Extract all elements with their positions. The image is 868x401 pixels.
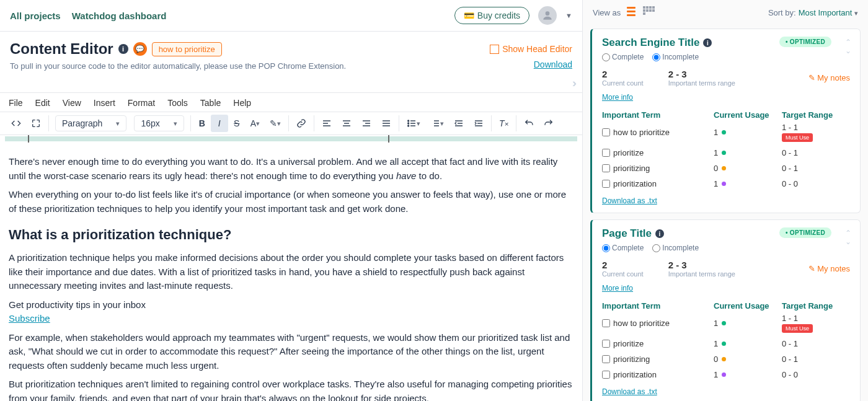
menu-file[interactable]: File [9,98,23,108]
sort-by-label: Sort by: [768,8,796,17]
top-bar: All projects Watchdog dashboard 💳 Buy cr… [0,0,582,32]
term-row: how to prioritize 1 1 - 1Must Use [602,311,850,336]
subscribe-link[interactable]: Subscribe [9,313,50,324]
bold-button[interactable]: B [193,115,211,132]
grid-view-icon[interactable] [643,6,655,19]
font-size-select[interactable]: 16px▾ [134,115,184,131]
menu-help[interactable]: Help [233,98,251,108]
italic-button[interactable]: I [211,115,228,132]
chevron-down-icon: ▾ [174,120,177,128]
align-justify-button[interactable] [376,115,396,132]
title-subtext: To pull in your source code to the edito… [10,61,572,71]
status-badge: • OPTIMIZED [779,227,831,238]
page-title: Content Editor [10,40,113,58]
sidebar: View as Sort by: Most Important ▾ Search… [583,0,868,401]
show-head-editor-button[interactable]: Show Head Editor [490,44,572,54]
buy-credits-label: Buy credits [477,11,520,20]
more-info-link[interactable]: More info [602,93,633,102]
indent-button[interactable] [469,115,489,132]
collapse-icon[interactable]: ⌃⌄ [845,38,851,55]
text-color-button[interactable]: A▾ [246,115,265,132]
block-format-label: Paragraph [62,118,102,128]
font-size-label: 16px [141,118,159,128]
chevron-down-icon: ▾ [854,9,858,17]
code-view-button[interactable] [6,115,26,132]
info-icon[interactable]: i [118,44,128,54]
keyword-badge: how to prioritize [152,42,222,56]
status-badge: • OPTIMIZED [779,37,831,47]
term-row: prioritization 1 0 - 0 [602,367,850,382]
expand-chevrons-icon[interactable]: ›› [0,76,582,92]
link-button[interactable] [291,115,311,132]
numbered-list-button[interactable]: ▾ [425,115,449,132]
svg-point-3 [408,125,409,126]
term-checkbox[interactable] [602,128,610,136]
fullscreen-button[interactable] [26,115,46,132]
editor-toolbar: Paragraph▾ 16px▾ B I S A▾ ✎▾ ▾ ▾ T× [0,112,582,135]
download-txt-link[interactable]: Download as .txt [602,196,657,205]
align-center-button[interactable] [337,115,356,132]
clear-format-button[interactable]: T× [494,115,513,132]
avatar[interactable] [538,6,557,25]
term-checkbox[interactable] [602,340,610,348]
breadcrumb-all-projects[interactable]: All projects [10,11,61,21]
editor-content[interactable]: There's never enough time to do everythi… [0,148,582,401]
menu-view[interactable]: View [63,98,81,108]
download-link[interactable]: Download [534,59,572,69]
align-right-button[interactable] [356,115,376,132]
svg-point-1 [408,120,409,121]
more-info-link[interactable]: More info [602,284,633,293]
svg-point-0 [546,11,550,15]
menu-bar: FileEditViewInsertFormatToolsTableHelp [0,92,582,112]
collapse-icon[interactable]: ⌃⌄ [845,229,851,246]
menu-edit[interactable]: Edit [35,98,50,108]
my-notes-button[interactable]: ✎ My notes [808,69,850,87]
layout-icon [490,45,499,54]
seo-panel: Search Engine Title i • OPTIMIZED ⌃⌄ Com… [590,29,861,213]
complete-radio[interactable]: Complete [602,244,644,252]
menu-table[interactable]: Table [200,98,221,108]
bullet-list-button[interactable]: ▾ [402,115,425,132]
term-checkbox[interactable] [602,164,610,172]
menu-insert[interactable]: Insert [94,98,115,108]
term-row: prioritize 1 0 - 1 [602,336,850,351]
info-icon[interactable]: i [703,38,712,47]
incomplete-radio[interactable]: Incomplete [652,244,699,252]
view-as-label: View as [593,8,621,17]
undo-button[interactable] [519,115,539,132]
buy-credits-button[interactable]: 💳 Buy credits [454,7,529,24]
term-row: how to prioritize 1 1 - 1Must Use [602,120,850,145]
breadcrumb: All projects Watchdog dashboard [10,11,166,21]
align-left-button[interactable] [317,115,337,132]
term-checkbox[interactable] [602,180,610,188]
breadcrumb-dashboard[interactable]: Watchdog dashboard [72,11,167,21]
list-view-icon[interactable] [627,6,639,19]
download-txt-link[interactable]: Download as .txt [602,387,657,396]
term-checkbox[interactable] [602,371,610,379]
term-row: prioritizing 0 0 - 1 [602,161,850,176]
my-notes-button[interactable]: ✎ My notes [808,260,850,278]
block-format-select[interactable]: Paragraph▾ [55,115,126,131]
chevron-down-icon: ▾ [116,120,120,128]
highlight-button[interactable]: ✎▾ [265,115,286,132]
term-checkbox[interactable] [602,319,610,327]
chat-icon[interactable]: 💬 [133,42,147,56]
strikethrough-button[interactable]: S [228,115,246,132]
menu-tools[interactable]: Tools [167,98,188,108]
svg-point-2 [408,123,409,124]
term-row: prioritization 1 0 - 0 [602,176,850,192]
chevron-down-icon[interactable]: ▼ [565,12,572,19]
term-checkbox[interactable] [602,355,610,363]
term-checkbox[interactable] [602,149,610,157]
complete-radio[interactable]: Complete [602,53,644,61]
seo-panel: Page Title i • OPTIMIZED ⌃⌄ Complete Inc… [590,219,861,401]
progress-strip [5,136,577,141]
sort-by-select[interactable]: Most Important ▾ [799,8,858,17]
outdent-button[interactable] [449,115,469,132]
show-head-editor-label: Show Head Editor [502,44,572,54]
term-row: prioritizing 0 0 - 1 [602,351,850,367]
incomplete-radio[interactable]: Incomplete [652,53,699,61]
menu-format[interactable]: Format [128,98,155,108]
redo-button[interactable] [539,115,559,132]
info-icon[interactable]: i [655,229,664,238]
